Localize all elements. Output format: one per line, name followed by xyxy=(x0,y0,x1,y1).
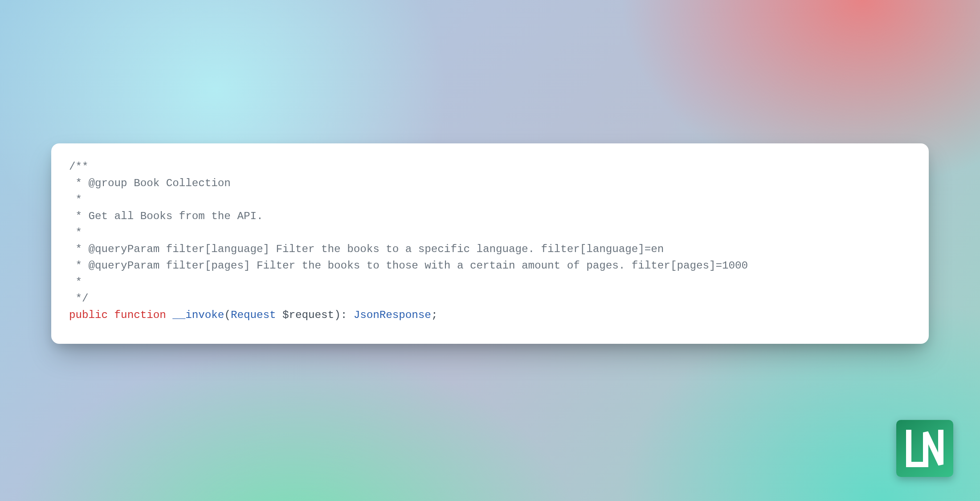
paren-close: ) xyxy=(334,309,341,321)
code-card: /** * @group Book Collection * * Get all… xyxy=(51,143,929,344)
docblock-queryparam-language: * @queryParam filter[language] Filter th… xyxy=(69,243,664,255)
semicolon: ; xyxy=(431,309,438,321)
docblock-group: * @group Book Collection xyxy=(69,177,231,189)
paren-open: ( xyxy=(224,309,231,321)
ln-icon xyxy=(902,426,947,471)
docblock-blank: * xyxy=(69,276,82,288)
code-block: /** * @group Book Collection * * Get all… xyxy=(69,159,911,323)
keyword-public: public xyxy=(69,309,108,321)
docblock-open: /** xyxy=(69,161,89,173)
param-type: Request xyxy=(231,309,276,321)
docblock-close: */ xyxy=(69,293,89,305)
docblock-blank: * xyxy=(69,194,82,206)
docblock-description: * Get all Books from the API. xyxy=(69,210,263,222)
docblock-blank: * xyxy=(69,227,82,239)
keyword-function: function xyxy=(114,309,166,321)
function-name: __invoke xyxy=(172,309,224,321)
brand-logo xyxy=(896,420,953,477)
return-type: JsonResponse xyxy=(354,309,431,321)
return-colon: : xyxy=(341,309,347,321)
param-variable: $request xyxy=(282,309,334,321)
docblock-queryparam-pages: * @queryParam filter[pages] Filter the b… xyxy=(69,260,748,272)
